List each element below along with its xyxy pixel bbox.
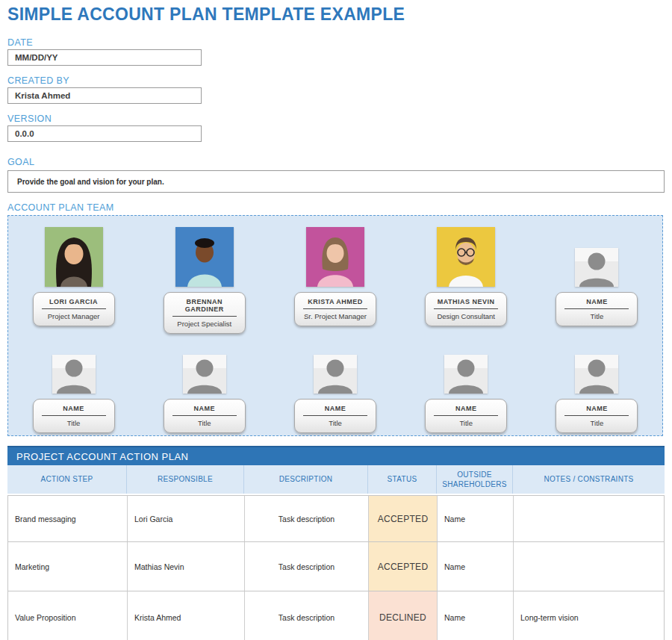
team-member-card: LORI GARCIA Project Manager: [33, 292, 115, 326]
cell-responsible: Mathias Nevin: [128, 542, 245, 591]
table-row: Marketing Mathias Nevin Task description…: [8, 541, 664, 591]
person-silhouette-icon: [314, 355, 357, 394]
member-title: Title: [37, 419, 111, 427]
created-by-label: CREATED BY: [7, 75, 69, 86]
col-header-responsible: RESPONSIBLE: [127, 465, 244, 494]
woman-long-dark-hair-photo: [45, 227, 103, 287]
account-plan-page: SIMPLE ACCOUNT PLAN TEMPLATE EXAMPLE DAT…: [0, 0, 672, 640]
team-member-card: KRISTA AHMED Sr. Project Manager: [294, 292, 376, 326]
card-divider: [172, 415, 237, 416]
cell-notes: [514, 496, 664, 541]
person-silhouette-icon: [575, 355, 618, 394]
team-member-cell: NAME Title: [270, 353, 400, 433]
cell-action-step: Brand messaging: [8, 496, 128, 541]
member-name: MATHIAS NEVIN: [429, 298, 503, 305]
member-name: KRISTA AHMED: [298, 298, 373, 305]
team-section-label: ACCOUNT PLAN TEAM: [7, 202, 113, 213]
card-divider: [434, 415, 498, 416]
team-member-card: NAME Title: [556, 399, 638, 433]
member-photo: [306, 227, 364, 287]
member-title: Project Specialist: [167, 320, 242, 328]
card-divider: [42, 415, 106, 416]
col-header-description: DESCRIPTION: [244, 465, 368, 494]
member-photo: [437, 227, 495, 287]
team-member-card: NAME Title: [556, 292, 638, 326]
member-name: NAME: [559, 405, 634, 412]
col-header-action-step: ACTION STEP: [7, 465, 127, 494]
team-member-cell: LORI GARCIA Project Manager: [8, 227, 139, 334]
version-label: VERSION: [7, 114, 52, 124]
cell-outside-shareholders: Name: [438, 591, 514, 640]
table-row: Brand messaging Lori Garcia Task descrip…: [8, 495, 664, 541]
member-title: Title: [559, 312, 634, 320]
member-title: Title: [298, 419, 373, 427]
cell-description: Task description: [245, 542, 369, 591]
cell-outside-shareholders: Name: [438, 496, 514, 541]
col-header-notes-constraints: NOTES / CONSTRAINTS: [513, 465, 665, 494]
member-photo: [575, 227, 618, 287]
member-photo: [444, 353, 488, 394]
table-row: Value Proposition Krista Ahmed Task desc…: [8, 591, 664, 640]
member-title: Sr. Project Manager: [298, 312, 373, 320]
cell-outside-shareholders: Name: [438, 542, 514, 591]
person-silhouette-icon: [183, 355, 226, 394]
member-title: Title: [429, 419, 503, 427]
team-member-cell: NAME Title: [532, 353, 662, 433]
cell-description: Task description: [245, 591, 369, 640]
member-title: Design Consultant: [429, 312, 503, 320]
member-title: Title: [167, 419, 242, 427]
team-member-cell: NAME Title: [532, 227, 662, 334]
card-divider: [42, 308, 106, 309]
status-badge: ACCEPTED: [369, 542, 438, 591]
man-glasses-beard-photo: [437, 227, 495, 287]
team-member-cell: MATHIAS NEVIN Design Consultant: [401, 227, 532, 334]
action-plan-table: PROJECT ACCOUNT ACTION PLAN ACTION STEP …: [7, 446, 665, 640]
cell-action-step: Marketing: [8, 542, 128, 591]
team-member-cell: BRENNAN GARDINER Project Specialist: [139, 227, 270, 334]
card-divider: [564, 308, 629, 309]
person-silhouette-icon: [52, 355, 96, 394]
team-panel: LORI GARCIA Project Manager BRENNAN GARD…: [7, 215, 663, 436]
team-row-1: LORI GARCIA Project Manager BRENNAN GARD…: [8, 227, 662, 334]
goal-label: GOAL: [7, 157, 34, 167]
cell-description: Task description: [245, 496, 369, 541]
team-row-2: NAME Title NAME Title: [8, 353, 662, 433]
member-name: LORI GARCIA: [37, 298, 111, 305]
table-body: Brand messaging Lori Garcia Task descrip…: [7, 495, 665, 640]
member-photo: [575, 353, 618, 394]
team-member-card: MATHIAS NEVIN Design Consultant: [425, 292, 507, 326]
member-title: Title: [559, 419, 634, 427]
goal-input[interactable]: Provide the goal and vision for your pla…: [7, 170, 665, 193]
team-member-card: NAME Title: [294, 399, 376, 433]
cell-notes: [514, 542, 664, 591]
cell-responsible: Krista Ahmed: [128, 591, 245, 640]
date-input[interactable]: MM/DD/YY: [7, 49, 202, 66]
card-divider: [172, 316, 237, 317]
person-silhouette-icon: [444, 355, 488, 394]
created-by-input[interactable]: Krista Ahmed: [7, 87, 202, 104]
cell-responsible: Lori Garcia: [128, 496, 245, 541]
team-member-card: NAME Title: [164, 399, 246, 433]
status-badge: ACCEPTED: [369, 496, 438, 541]
team-member-cell: NAME Title: [139, 353, 270, 433]
col-header-outside-shareholders: OUTSIDE SHAREHOLDERS: [437, 465, 513, 494]
member-photo: [183, 353, 226, 394]
member-name: NAME: [298, 405, 373, 412]
table-title: PROJECT ACCOUNT ACTION PLAN: [7, 446, 665, 465]
version-input[interactable]: 0.0.0: [7, 125, 202, 142]
man-short-hair-photo: [175, 227, 234, 287]
page-title: SIMPLE ACCOUNT PLAN TEMPLATE EXAMPLE: [7, 4, 405, 25]
member-photo: [45, 227, 103, 287]
member-name: NAME: [559, 298, 634, 305]
status-badge: DECLINED: [369, 591, 438, 640]
team-member-cell: KRISTA AHMED Sr. Project Manager: [270, 227, 400, 334]
card-divider: [434, 308, 498, 309]
member-name: NAME: [167, 405, 242, 412]
team-member-cell: NAME Title: [401, 353, 532, 433]
member-title: Project Manager: [37, 312, 111, 320]
member-photo: [175, 227, 234, 287]
woman-brown-hair-photo: [306, 227, 364, 287]
table-header-row: ACTION STEP RESPONSIBLE DESCRIPTION STAT…: [7, 465, 665, 495]
date-label: DATE: [7, 37, 33, 48]
cell-notes: Long-term vision: [514, 591, 664, 640]
